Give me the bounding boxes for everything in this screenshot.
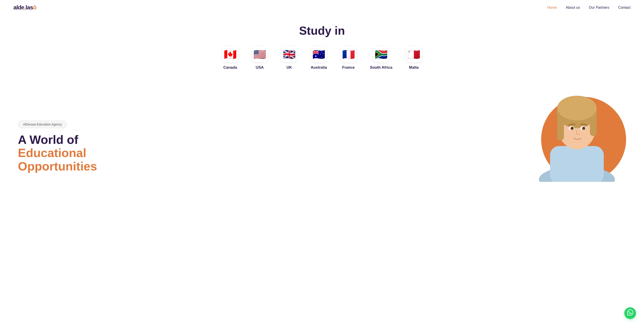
agency-badge: AlDerasa Education Agency (18, 120, 67, 128)
logo[interactable]: alde,lasō (14, 4, 36, 11)
country-south-africa[interactable]: 🇿🇦 South Africa (370, 46, 392, 70)
country-usa[interactable]: 🇺🇸 USA (252, 46, 268, 70)
country-uk[interactable]: 🇬🇧 UK (281, 46, 297, 70)
country-name-australia: Australia (310, 65, 327, 70)
svg-rect-15 (589, 153, 599, 175)
flag-south-africa: 🇿🇦 (373, 46, 389, 62)
flag-canada: 🇨🇦 (222, 46, 238, 62)
hero-person (530, 84, 624, 182)
flag-malta: 🇲🇹 (406, 46, 422, 62)
nav-about[interactable]: About us (566, 6, 580, 10)
flag-usa: 🇺🇸 (252, 46, 268, 62)
nav-partners[interactable]: Our Partners (589, 6, 609, 10)
country-name-malta: Malta (409, 65, 418, 70)
study-section: Study in 🇨🇦 Canada 🇺🇸 USA 🇬🇧 UK 🇦🇺 Austr… (0, 15, 644, 79)
flag-uk: 🇬🇧 (281, 46, 297, 62)
hero-section: AlDerasa Education Agency A World of Edu… (0, 79, 644, 182)
country-name-uk: UK (286, 65, 292, 70)
country-france[interactable]: 🇫🇷 France (340, 46, 356, 70)
nav-contact[interactable]: Contact (618, 6, 630, 10)
nav-home[interactable]: Home (547, 6, 557, 10)
flag-australia: 🇦🇺 (311, 46, 327, 62)
country-canada[interactable]: 🇨🇦 Canada (222, 46, 238, 70)
study-heading: Study in (14, 24, 630, 37)
hero-image (532, 84, 626, 182)
svg-point-14 (577, 141, 585, 147)
country-name-canada: Canada (224, 65, 237, 70)
country-name-france: France (342, 65, 355, 70)
svg-point-7 (557, 96, 596, 120)
country-malta[interactable]: 🇲🇹 Malta (406, 46, 422, 70)
nav-links: Home About us Our Partners Contact (547, 6, 630, 10)
country-name-south-africa: South Africa (370, 65, 392, 70)
svg-point-12 (572, 127, 573, 128)
hero-title-line3: Opportunities (18, 160, 97, 173)
countries-row: 🇨🇦 Canada 🇺🇸 USA 🇬🇧 UK 🇦🇺 Australia 🇫🇷 F… (14, 46, 630, 70)
svg-point-13 (584, 127, 585, 128)
hero-title-line2: Educational (18, 146, 97, 160)
country-name-usa: USA (256, 65, 264, 70)
hero-text: AlDerasa Education Agency A World of Edu… (18, 120, 97, 182)
navbar: alde,lasō Home About us Our Partners Con… (0, 0, 644, 15)
hero-title-line1: A World of (18, 133, 97, 146)
flag-france: 🇫🇷 (340, 46, 356, 62)
country-australia[interactable]: 🇦🇺 Australia (310, 46, 327, 70)
